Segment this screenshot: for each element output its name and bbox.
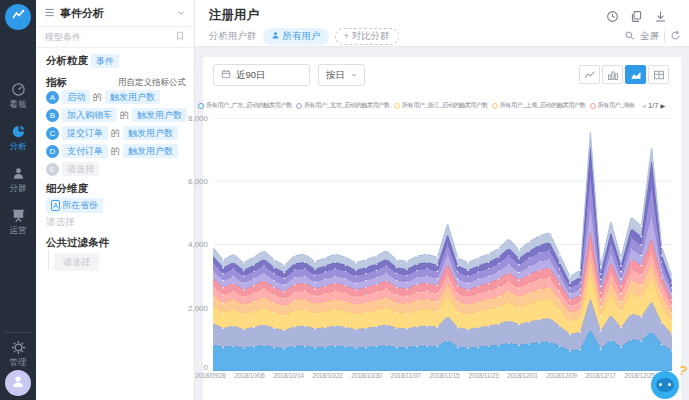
all-users-pill[interactable]: 所有用户 bbox=[263, 28, 329, 45]
calendar-icon bbox=[221, 69, 231, 81]
line-chart-button[interactable] bbox=[579, 65, 600, 84]
event-tag[interactable]: 加入购物车 bbox=[62, 108, 117, 122]
stacked-area-chart[interactable] bbox=[213, 118, 672, 371]
nav-rail: 看板 分析 分群 运营 管理 bbox=[0, 0, 36, 400]
legend-next-icon[interactable]: ▶ bbox=[660, 102, 665, 109]
refresh-icon[interactable] bbox=[670, 30, 681, 43]
legend-marker bbox=[492, 103, 498, 109]
metric-placeholder[interactable]: 请选择 bbox=[62, 162, 99, 176]
metric-badge: C bbox=[46, 127, 59, 140]
event-tag[interactable]: 支付订单 bbox=[62, 144, 108, 158]
sidebar-item-analysis[interactable]: 分析 bbox=[0, 124, 36, 153]
interval-select[interactable]: 按日 bbox=[318, 64, 365, 86]
x-axis-tick: 2018/12/17 bbox=[581, 372, 620, 379]
search-icon[interactable] bbox=[624, 30, 635, 43]
legend-item[interactable]: 所有用户_北京_启动的触发用户数 bbox=[296, 101, 390, 110]
event-tag[interactable]: 提交订单 bbox=[62, 126, 108, 140]
menu-icon bbox=[44, 4, 55, 22]
analysis-group-row: 分析用户群 所有用户 + 对比分群 bbox=[209, 28, 399, 45]
granularity-row: 分析粒度 事件 bbox=[46, 54, 119, 68]
measure-tag[interactable]: 触发用户数 bbox=[132, 108, 187, 122]
panel-header[interactable]: 事件分析 bbox=[36, 0, 194, 27]
chart-legend: 所有用户_广东_启动的触发用户数 所有用户_北京_启动的触发用户数 所有用户_浙… bbox=[195, 99, 665, 112]
sidebar-item-segments[interactable]: 分群 bbox=[0, 166, 36, 195]
bookmark-icon[interactable] bbox=[175, 31, 185, 43]
interval-value: 按日 bbox=[326, 69, 345, 82]
date-range-value: 近90日 bbox=[236, 69, 266, 82]
copy-icon[interactable] bbox=[630, 10, 643, 23]
fullscreen-label[interactable]: 全屏 bbox=[640, 30, 659, 43]
conjunction: 的 bbox=[111, 145, 120, 158]
y-axis-tick: 4,000 bbox=[182, 240, 208, 249]
table-button[interactable] bbox=[648, 65, 669, 84]
legend-item[interactable]: 所有用户_湖南 bbox=[590, 101, 635, 110]
event-tag[interactable]: 启动 bbox=[62, 90, 90, 104]
metric-badge: A bbox=[46, 91, 59, 104]
legend-marker bbox=[198, 103, 204, 109]
area-chart-button[interactable] bbox=[625, 65, 646, 84]
compare-segment-pill[interactable]: + 对比分群 bbox=[335, 28, 399, 45]
sidebar-item-dashboard[interactable]: 看板 bbox=[0, 82, 36, 111]
x-axis-labels: 2018/09/26 2018/10/06 2018/10/14 2018/10… bbox=[191, 372, 659, 379]
model-conditions-label: 模型条件 bbox=[45, 31, 81, 44]
caret-down-icon bbox=[350, 70, 358, 81]
filter-indent-guide bbox=[48, 250, 49, 270]
app-root: 看板 分析 分群 运营 管理 事件分析 模型条件 bbox=[0, 0, 689, 400]
y-axis-tick: 2,000 bbox=[182, 304, 208, 313]
x-axis-tick: 2018/11/15 bbox=[425, 372, 464, 379]
conjunction: 的 bbox=[93, 91, 102, 104]
metric-badge: B bbox=[46, 109, 59, 122]
page-title: 注册用户 bbox=[209, 7, 259, 24]
dimension-type-icon: A bbox=[51, 200, 60, 211]
metric-row-placeholder: E 请选择 bbox=[46, 162, 99, 176]
dashboard-icon bbox=[0, 82, 36, 97]
x-axis-tick: 2018/11/07 bbox=[386, 372, 425, 379]
bar-chart-button[interactable] bbox=[602, 65, 623, 84]
chart-type-switcher bbox=[579, 65, 669, 84]
x-axis-tick: 2018/10/06 bbox=[230, 372, 269, 379]
granularity-tag[interactable]: 事件 bbox=[91, 54, 119, 68]
x-axis-tick: 2018/12/01 bbox=[503, 372, 542, 379]
chevron-down-icon[interactable] bbox=[176, 4, 186, 22]
rail-divider bbox=[4, 332, 32, 333]
legend-marker bbox=[590, 103, 596, 109]
sidebar-item-label: 分析 bbox=[0, 141, 36, 153]
sidebar-item-label: 分群 bbox=[0, 183, 36, 195]
question-mark-icon: ? bbox=[677, 362, 689, 379]
sidebar-item-label: 看板 bbox=[0, 99, 36, 111]
model-conditions-bar[interactable]: 模型条件 bbox=[36, 27, 194, 48]
legend-item[interactable]: 所有用户_广东_启动的触发用户数 bbox=[198, 101, 292, 110]
conjunction: 的 bbox=[111, 127, 120, 140]
legend-item[interactable]: 所有用户_上海_启动的触发用户数 bbox=[492, 101, 586, 110]
legend-marker bbox=[394, 103, 400, 109]
main-header: 注册用户 分析用户群 所有用户 + 对比分群 全屏 bbox=[195, 0, 689, 47]
pie-chart-icon bbox=[0, 124, 36, 139]
custom-formula-link[interactable]: 用自定义指标公式 bbox=[118, 77, 186, 89]
date-range-input[interactable]: 近90日 bbox=[213, 64, 310, 86]
app-logo[interactable] bbox=[5, 4, 31, 30]
legend-item[interactable]: 所有用户_浙江_启动的触发用户数 bbox=[394, 101, 488, 110]
x-axis-tick: 2018/10/14 bbox=[269, 372, 308, 379]
user-avatar[interactable] bbox=[5, 370, 31, 396]
filter-placeholder-button[interactable]: 请选择 bbox=[54, 253, 99, 271]
user-icon bbox=[271, 31, 280, 42]
group-label: 分析用户群 bbox=[209, 30, 257, 43]
download-icon[interactable] bbox=[654, 10, 667, 23]
legend-page-indicator: 1/7 bbox=[648, 101, 658, 110]
segment-tag[interactable]: A所在省份 bbox=[46, 198, 103, 213]
metric-badge: D bbox=[46, 145, 59, 158]
sidebar-item-label: 运营 bbox=[0, 225, 36, 237]
measure-tag[interactable]: 触发用户数 bbox=[123, 126, 178, 140]
segment-row: A所在省份 bbox=[46, 198, 103, 213]
segment-placeholder[interactable]: 请选择 bbox=[46, 216, 75, 229]
legend-prev-icon[interactable]: ◀ bbox=[641, 102, 646, 109]
assistant-mascot[interactable]: ? bbox=[649, 365, 687, 399]
history-icon[interactable] bbox=[606, 10, 619, 23]
x-axis-tick: 2018/09/26 bbox=[191, 372, 230, 379]
sidebar-item-admin[interactable]: 管理 bbox=[0, 340, 36, 369]
measure-tag[interactable]: 触发用户数 bbox=[105, 90, 160, 104]
sidebar-item-operations[interactable]: 运营 bbox=[0, 208, 36, 237]
measure-tag[interactable]: 触发用户数 bbox=[123, 144, 178, 158]
metric-badge: E bbox=[46, 163, 59, 176]
granularity-label: 分析粒度 bbox=[46, 54, 88, 68]
